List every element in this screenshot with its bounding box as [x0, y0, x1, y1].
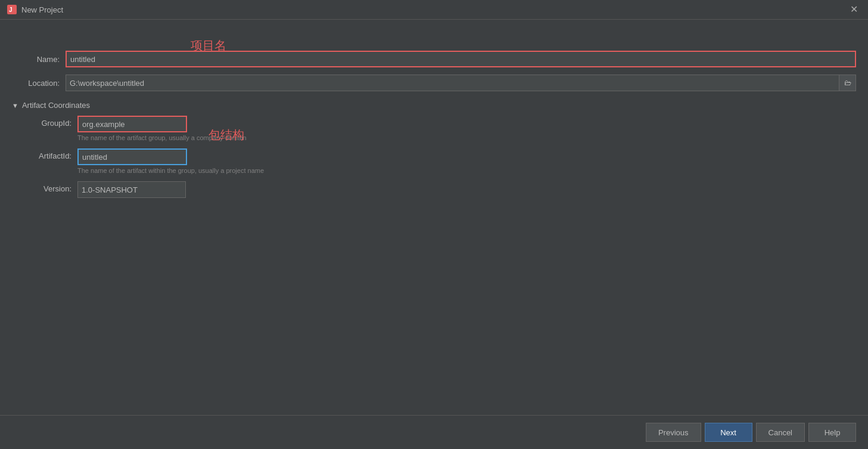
artifact-id-row: ArtifactId: The name of the artifact wit… [18, 148, 856, 179]
close-button[interactable]: ✕ [847, 4, 861, 16]
artifact-section: GroupId: The name of the artifact group,… [18, 116, 856, 198]
version-row: Version: [18, 181, 856, 198]
version-field-wrap [77, 181, 856, 198]
collapse-arrow[interactable]: ▼ [12, 102, 18, 109]
artifact-id-label: ArtifactId: [18, 148, 77, 160]
browse-button[interactable]: 🗁 [839, 75, 856, 91]
location-label: Location: [12, 79, 66, 88]
location-row: Location: 🗁 [12, 75, 856, 91]
folder-icon: 🗁 [844, 79, 851, 87]
artifact-id-field-wrap: The name of the artifact within the grou… [77, 148, 856, 179]
name-input[interactable] [66, 51, 856, 67]
artifact-id-hint: The name of the artifact within the grou… [77, 167, 856, 174]
name-label: Name: [12, 55, 66, 64]
new-project-dialog: J New Project ✕ 项目名 Name: Location: 🗁 ▼ [0, 0, 868, 449]
artifact-id-input[interactable] [77, 148, 187, 165]
name-row: Name: [12, 51, 856, 67]
annotation-project-name: 项目名 [191, 38, 226, 54]
version-input[interactable] [77, 181, 186, 198]
group-id-hint: The name of the artifact group, usually … [77, 134, 856, 141]
group-id-field-wrap: The name of the artifact group, usually … [77, 116, 856, 146]
group-id-row: GroupId: The name of the artifact group,… [18, 116, 856, 146]
next-button[interactable]: Next [705, 423, 752, 442]
dialog-title: New Project [21, 5, 63, 14]
help-button[interactable]: Help [808, 423, 856, 442]
dialog-footer: Previous Next Cancel Help [0, 415, 868, 449]
app-icon: J [7, 5, 17, 14]
version-label: Version: [18, 181, 77, 193]
location-input[interactable] [66, 75, 839, 91]
previous-button[interactable]: Previous [646, 423, 701, 442]
artifact-coordinates-header: ▼ Artifact Coordinates [12, 101, 856, 110]
title-bar: J New Project ✕ [0, 0, 868, 20]
annotation-package-structure: 包结构 [209, 127, 244, 143]
group-id-label: GroupId: [18, 116, 77, 128]
group-id-input[interactable] [77, 116, 187, 132]
location-field-wrap: 🗁 [66, 75, 856, 91]
cancel-button[interactable]: Cancel [756, 423, 805, 442]
artifact-coordinates-label: Artifact Coordinates [22, 101, 90, 110]
svg-text:J: J [9, 7, 13, 13]
content-area: 项目名 Name: Location: 🗁 ▼ Artifact Coordin… [0, 20, 868, 415]
